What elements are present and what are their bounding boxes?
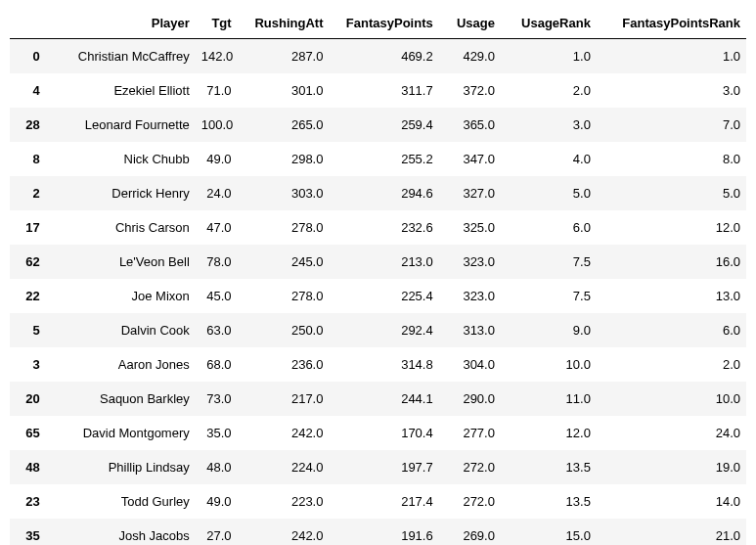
cell-player: Todd Gurley [46,484,196,519]
cell-fantasy-points-rank: 21.0 [597,519,746,545]
cell-usage-rank: 13.5 [501,450,597,484]
cell-fantasy-points: 255.2 [329,142,438,176]
cell-player: Christian McCaffrey [46,39,196,74]
cell-tgt: 49.0 [196,484,238,519]
cell-rushing-att: 236.0 [238,347,330,382]
cell-player: Dalvin Cook [46,313,196,347]
table-row: 35Josh Jacobs27.0242.0191.6269.015.021.0 [10,519,746,545]
cell-player: Phillip Lindsay [46,450,196,484]
row-index: 0 [10,39,46,74]
cell-rushing-att: 242.0 [238,416,330,450]
cell-usage: 325.0 [439,210,501,245]
table-row: 62Le'Veon Bell78.0245.0213.0323.07.516.0 [10,245,746,279]
cell-rushing-att: 224.0 [238,450,330,484]
cell-usage-rank: 10.0 [501,347,597,382]
cell-fantasy-points: 232.6 [329,210,438,245]
row-index: 23 [10,484,46,519]
cell-rushing-att: 245.0 [238,245,330,279]
cell-usage-rank: 7.5 [501,279,597,313]
cell-tgt: 27.0 [196,519,238,545]
cell-player: Nick Chubb [46,142,196,176]
table-row: 28Leonard Fournette100.0265.0259.4365.03… [10,108,746,142]
cell-tgt: 48.0 [196,450,238,484]
cell-fantasy-points-rank: 8.0 [597,142,746,176]
cell-player: Joe Mixon [46,279,196,313]
cell-usage-rank: 15.0 [501,519,597,545]
cell-rushing-att: 298.0 [238,142,330,176]
cell-tgt: 24.0 [196,176,238,210]
col-fantasy-points: FantasyPoints [329,8,438,39]
cell-rushing-att: 278.0 [238,279,330,313]
cell-usage: 272.0 [439,484,501,519]
cell-usage-rank: 6.0 [501,210,597,245]
cell-tgt: 100.0 [196,108,238,142]
row-index: 5 [10,313,46,347]
cell-usage-rank: 4.0 [501,142,597,176]
cell-fantasy-points: 170.4 [329,416,438,450]
cell-player: Aaron Jones [46,347,196,382]
table-row: 20Saquon Barkley73.0217.0244.1290.011.01… [10,382,746,416]
cell-rushing-att: 250.0 [238,313,330,347]
cell-usage-rank: 13.5 [501,484,597,519]
cell-fantasy-points: 294.6 [329,176,438,210]
cell-rushing-att: 223.0 [238,484,330,519]
col-tgt: Tgt [196,8,238,39]
table-row: 23Todd Gurley49.0223.0217.4272.013.514.0 [10,484,746,519]
table-header-row: Player Tgt RushingAtt FantasyPoints Usag… [10,8,746,39]
cell-usage: 429.0 [439,39,501,74]
table-row: 0Christian McCaffrey142.0287.0469.2429.0… [10,39,746,74]
cell-tgt: 45.0 [196,279,238,313]
cell-fantasy-points-rank: 16.0 [597,245,746,279]
cell-usage-rank: 9.0 [501,313,597,347]
cell-tgt: 71.0 [196,73,238,108]
cell-usage-rank: 5.0 [501,176,597,210]
cell-player: Leonard Fournette [46,108,196,142]
cell-player: Chris Carson [46,210,196,245]
table-row: 48Phillip Lindsay48.0224.0197.7272.013.5… [10,450,746,484]
cell-rushing-att: 287.0 [238,39,330,74]
row-index: 8 [10,142,46,176]
cell-fantasy-points: 469.2 [329,39,438,74]
cell-tgt: 35.0 [196,416,238,450]
cell-usage: 290.0 [439,382,501,416]
table-row: 3Aaron Jones68.0236.0314.8304.010.02.0 [10,347,746,382]
cell-rushing-att: 265.0 [238,108,330,142]
cell-player: Saquon Barkley [46,382,196,416]
row-index: 17 [10,210,46,245]
cell-fantasy-points-rank: 12.0 [597,210,746,245]
table-row: 5Dalvin Cook63.0250.0292.4313.09.06.0 [10,313,746,347]
cell-rushing-att: 217.0 [238,382,330,416]
cell-usage: 372.0 [439,73,501,108]
cell-player: Derrick Henry [46,176,196,210]
col-usage-rank: UsageRank [501,8,597,39]
row-index: 22 [10,279,46,313]
table-row: 4Ezekiel Elliott71.0301.0311.7372.02.03.… [10,73,746,108]
cell-tgt: 68.0 [196,347,238,382]
cell-fantasy-points: 191.6 [329,519,438,545]
cell-fantasy-points-rank: 24.0 [597,416,746,450]
col-fantasy-points-rank: FantasyPointsRank [597,8,746,39]
cell-usage-rank: 2.0 [501,73,597,108]
row-index: 28 [10,108,46,142]
cell-tgt: 142.0 [196,39,238,74]
cell-fantasy-points-rank: 1.0 [597,39,746,74]
row-index: 62 [10,245,46,279]
cell-tgt: 49.0 [196,142,238,176]
cell-tgt: 78.0 [196,245,238,279]
cell-tgt: 47.0 [196,210,238,245]
cell-player: Le'Veon Bell [46,245,196,279]
cell-usage: 313.0 [439,313,501,347]
row-index: 20 [10,382,46,416]
cell-usage-rank: 3.0 [501,108,597,142]
col-rushing-att: RushingAtt [238,8,330,39]
cell-usage-rank: 11.0 [501,382,597,416]
cell-player: Josh Jacobs [46,519,196,545]
cell-fantasy-points: 244.1 [329,382,438,416]
cell-fantasy-points-rank: 2.0 [597,347,746,382]
row-index: 3 [10,347,46,382]
cell-fantasy-points-rank: 19.0 [597,450,746,484]
cell-fantasy-points-rank: 3.0 [597,73,746,108]
cell-fantasy-points-rank: 14.0 [597,484,746,519]
table-row: 17Chris Carson47.0278.0232.6325.06.012.0 [10,210,746,245]
cell-usage: 323.0 [439,245,501,279]
